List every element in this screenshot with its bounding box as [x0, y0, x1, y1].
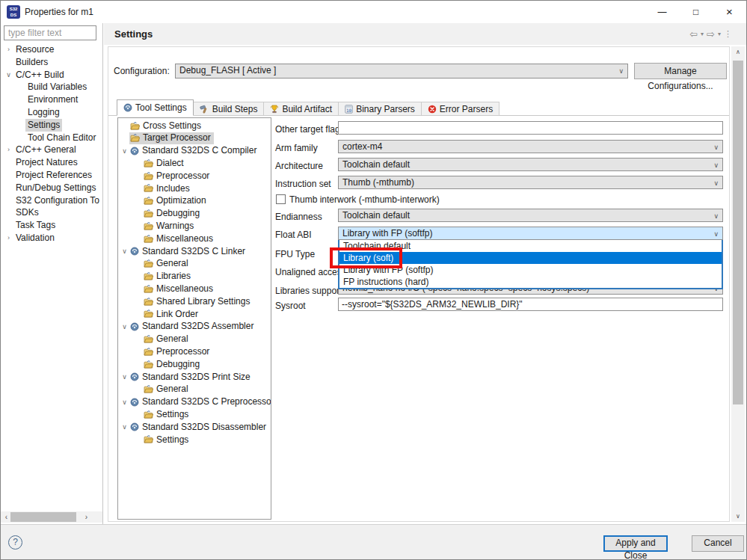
content-vertical-scrollbar[interactable]: ∧ ∨	[731, 46, 745, 522]
chevron-right-icon[interactable]: ›	[4, 232, 13, 244]
tab-build-artifact[interactable]: Build Artifact	[264, 102, 339, 116]
dropdown-option-library-with-fp-softfp[interactable]: Library with FP (softfp)	[339, 264, 722, 276]
tree-node: Standard S32DS Assembler	[129, 321, 256, 333]
tool-tree-item-debugging[interactable]: Debugging	[118, 358, 271, 371]
tab-build-steps[interactable]: Build Steps	[194, 102, 265, 116]
tool-tree-item-preprocessor[interactable]: Preprocessor	[118, 345, 271, 358]
tab-error-parsers[interactable]: Error Parsers	[422, 102, 499, 116]
scroll-right-icon[interactable]: ›	[82, 511, 91, 523]
sidebar-item-c-c-general[interactable]: ›C/C++ General	[1, 144, 103, 156]
tool-tree-item-warnings[interactable]: Warnings	[118, 220, 271, 233]
forward-history-caret-icon[interactable]: ▾	[718, 31, 721, 37]
chevron-right-icon[interactable]: ›	[4, 43, 13, 56]
chevron-down-icon[interactable]: ∨	[120, 421, 129, 434]
manage-configurations-button[interactable]: Manage Configurations...	[634, 63, 727, 79]
tool-tree-item-cross-settings[interactable]: Cross Settings	[118, 120, 271, 132]
scroll-up-icon[interactable]: ∧	[731, 46, 745, 58]
sidebar-item-c-c-build[interactable]: ∨C/C++ Build	[1, 69, 103, 81]
tool-tree-item-standard-s32ds-print-size[interactable]: ∨Standard S32DS Print Size	[118, 371, 271, 384]
sysroot-input[interactable]: --sysroot="${S32DS_ARM32_NEWLIB_DIR}"	[338, 298, 723, 311]
scroll-down-icon[interactable]: ∨	[731, 511, 745, 522]
sidebar-item-settings[interactable]: Settings	[1, 119, 103, 132]
tab-binary-parsers[interactable]: 10 Binary Parsers	[339, 102, 422, 116]
cancel-button[interactable]: Cancel	[692, 535, 744, 552]
tool-tree-item-label: Settings	[156, 408, 188, 421]
close-icon[interactable]: ×	[713, 1, 746, 23]
endianness-value: Toolchain default	[342, 210, 410, 221]
tab-tool-settings[interactable]: Tool Settings	[117, 99, 194, 116]
tool-tree-item-standard-s32ds-disassembler[interactable]: ∨Standard S32DS Disassembler	[118, 421, 271, 434]
tool-tree-item-miscellaneous[interactable]: Miscellaneous	[118, 283, 271, 295]
tool-tree-item-standard-s32ds-c-linker[interactable]: ∨Standard S32DS C Linker	[118, 245, 271, 258]
instruction-set-select[interactable]: Thumb (-mthumb)	[338, 176, 723, 189]
tool-tree-item-preprocessor[interactable]: Preprocessor	[118, 170, 271, 182]
tool-tree-item-standard-s32ds-c-compiler[interactable]: ∨Standard S32DS C Compiler	[118, 145, 271, 158]
tool-tree-item-general[interactable]: General	[118, 384, 271, 396]
tool-tree-item-link-order[interactable]: Link Order	[118, 308, 271, 321]
sidebar-item-logging[interactable]: Logging	[1, 106, 103, 119]
dropdown-option-fp-instructions-hard[interactable]: FP instructions (hard)	[339, 276, 722, 288]
tool-tree-item-label: Link Order	[156, 308, 198, 321]
sidebar-horizontal-scrollbar[interactable]: ‹ ›	[1, 511, 102, 523]
sidebar-item-validation[interactable]: ›Validation	[1, 232, 103, 244]
sidebar-item-project-natures[interactable]: Project Natures	[1, 156, 103, 169]
dropdown-option-toolchain-default[interactable]: Toolchain default	[339, 240, 722, 252]
sidebar-item-task-tags[interactable]: Task Tags	[1, 219, 103, 232]
chevron-down-icon[interactable]: ∨	[120, 396, 129, 409]
sidebar-item-sdks[interactable]: SDKs	[1, 206, 103, 219]
minimize-icon[interactable]: —	[645, 1, 679, 23]
chevron-down-icon[interactable]: ∨	[120, 371, 129, 384]
sidebar-item-run-debug-settings[interactable]: Run/Debug Settings	[1, 182, 103, 194]
arm-family-select[interactable]: cortex-m4	[338, 140, 723, 153]
help-icon[interactable]: ?	[8, 535, 22, 550]
chevron-down-icon[interactable]: ∨	[120, 145, 129, 158]
field-label: Sysroot	[275, 299, 306, 313]
scrollbar-thumb[interactable]	[10, 512, 76, 522]
tree-node: Settings	[143, 408, 191, 420]
dropdown-option-library-soft[interactable]: Library (soft)	[339, 252, 722, 264]
thumb-interwork-checkbox[interactable]	[276, 194, 286, 204]
sidebar-item-resource[interactable]: ›Resource	[1, 43, 103, 56]
tool-tree-item-general[interactable]: General	[118, 333, 271, 346]
tool-tree-item-general[interactable]: General	[118, 258, 271, 271]
tool-tree-item-optimization[interactable]: Optimization	[118, 195, 271, 208]
back-arrow-icon[interactable]: ⇦	[689, 28, 698, 40]
other-target-flags-input[interactable]	[338, 121, 723, 135]
sidebar-item-tool-chain-editor[interactable]: Tool Chain Editor	[1, 132, 103, 144]
float-abi-select[interactable]: Library with FP (softfp)	[338, 227, 723, 240]
view-menu-icon[interactable]: ⋮	[724, 29, 731, 39]
tool-tree-item-target-processor[interactable]: Target Processor	[118, 132, 271, 145]
sidebar-item-build-variables[interactable]: Build Variables	[1, 81, 103, 93]
error-icon	[428, 105, 437, 114]
maximize-icon[interactable]: □	[679, 1, 713, 23]
tool-tree-item-dialect[interactable]: Dialect	[118, 157, 271, 170]
architecture-select[interactable]: Toolchain default	[338, 158, 723, 171]
field-label: Other target flags	[275, 123, 345, 136]
tool-tree-item-libraries[interactable]: Libraries	[118, 271, 271, 283]
sidebar-item-builders[interactable]: Builders	[1, 56, 103, 69]
tool-tree-item-shared-library-settings[interactable]: Shared Library Settings	[118, 295, 271, 308]
tool-tree-item-standard-s32ds-assembler[interactable]: ∨Standard S32DS Assembler	[118, 321, 271, 333]
sidebar-item-label: Resource	[13, 43, 56, 56]
sidebar-item-project-references[interactable]: Project References	[1, 169, 103, 182]
back-history-caret-icon[interactable]: ▾	[701, 31, 704, 37]
chevron-down-icon[interactable]: ∨	[4, 69, 13, 81]
configuration-select[interactable]: Debug_FLASH [ Active ]	[175, 64, 628, 79]
forward-arrow-icon[interactable]: ⇨	[707, 28, 715, 40]
endianness-select[interactable]: Toolchain default	[338, 209, 723, 222]
chevron-down-icon[interactable]: ∨	[120, 321, 129, 333]
tool-tree-item-includes[interactable]: Includes	[118, 182, 271, 195]
checkbox-label: Thumb interwork (-mthumb-interwork)	[289, 193, 440, 206]
sidebar-item-environment[interactable]: Environment	[1, 93, 103, 106]
filter-input[interactable]	[4, 25, 96, 40]
tool-tree-item-standard-s32ds-c-preprocessor[interactable]: ∨Standard S32DS C Preprocessor	[118, 396, 271, 409]
tool-tree-item-miscellaneous[interactable]: Miscellaneous	[118, 233, 271, 245]
chevron-right-icon[interactable]: ›	[4, 144, 13, 156]
tool-tree-item-settings[interactable]: Settings	[118, 408, 271, 421]
apply-and-close-button[interactable]: Apply and Close	[603, 535, 668, 552]
scrollbar-thumb[interactable]	[733, 61, 743, 404]
sidebar-item-s32-configuration-to[interactable]: S32 Configuration To	[1, 194, 103, 207]
tool-tree-item-settings[interactable]: Settings	[118, 434, 271, 446]
chevron-down-icon[interactable]: ∨	[120, 245, 129, 258]
tool-tree-item-debugging[interactable]: Debugging	[118, 208, 271, 221]
